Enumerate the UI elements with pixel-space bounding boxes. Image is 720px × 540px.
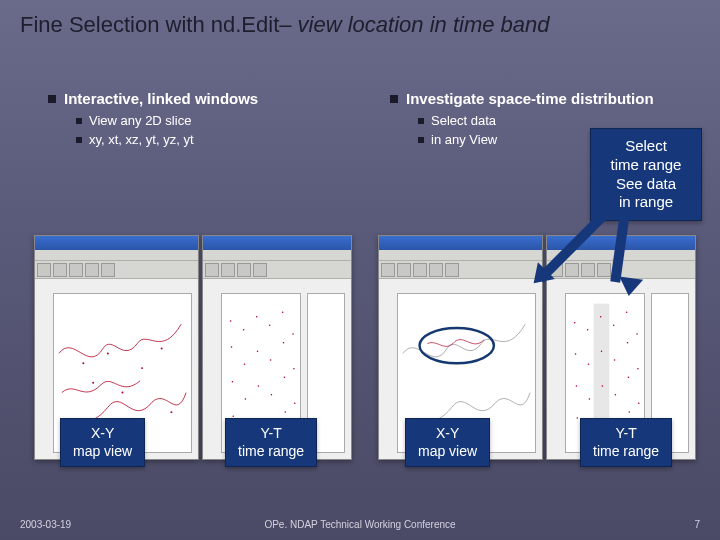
svg-point-6 xyxy=(170,411,172,413)
svg-point-16 xyxy=(258,385,260,387)
callout-xy-map-right: X-Y map view xyxy=(405,418,490,467)
window-titlebar xyxy=(35,236,198,250)
toolbar-button xyxy=(413,263,427,277)
svg-point-20 xyxy=(271,394,273,396)
callout-line: time range xyxy=(605,156,687,175)
callout-line: Select xyxy=(605,137,687,156)
svg-point-25 xyxy=(292,333,294,335)
arrow-head-icon xyxy=(617,276,643,297)
svg-point-22 xyxy=(283,342,285,344)
slide-title: Fine Selection with nd.Edit– view locati… xyxy=(20,12,550,38)
callout-line: map view xyxy=(418,443,477,461)
bullet-primary: Interactive, linked windows xyxy=(48,90,258,107)
svg-point-33 xyxy=(576,417,578,419)
svg-point-24 xyxy=(284,411,286,413)
svg-point-7 xyxy=(230,320,232,322)
bullet-icon xyxy=(418,137,424,143)
svg-point-49 xyxy=(637,368,639,370)
right-item-0: Select data xyxy=(431,113,496,128)
bullet-primary: Investigate space-time distribution xyxy=(390,90,654,107)
svg-point-3 xyxy=(122,392,124,394)
callout-line: Y-T xyxy=(593,425,659,443)
toolbar-button xyxy=(397,263,411,277)
bullet-icon xyxy=(418,118,424,124)
callout-yt-range-left: Y-T time range xyxy=(225,418,317,467)
toolbar-button xyxy=(565,263,579,277)
svg-point-27 xyxy=(294,403,296,405)
callout-xy-map-left: X-Y map view xyxy=(60,418,145,467)
footer-center: OPe. NDAP Technical Working Conference xyxy=(0,519,720,530)
svg-point-35 xyxy=(588,364,590,366)
toolbar-button xyxy=(101,263,115,277)
toolbar-button xyxy=(69,263,83,277)
left-item-0: View any 2D slice xyxy=(89,113,191,128)
svg-point-12 xyxy=(244,364,246,366)
window-menubar xyxy=(35,250,198,261)
window-toolbar xyxy=(203,261,351,279)
svg-point-36 xyxy=(589,398,591,400)
svg-point-14 xyxy=(256,316,258,318)
svg-point-19 xyxy=(270,359,272,361)
toolbar-button xyxy=(253,263,267,277)
title-suffix: view location in time band xyxy=(298,12,550,37)
left-heading: Interactive, linked windows xyxy=(64,90,258,107)
bullet-icon xyxy=(76,118,82,124)
window-toolbar xyxy=(379,261,542,279)
bullet-secondary: View any 2D slice xyxy=(76,113,258,128)
toolbar-button xyxy=(445,263,459,277)
right-item-1: in any View xyxy=(431,132,497,147)
svg-point-21 xyxy=(282,312,284,314)
svg-point-48 xyxy=(636,333,638,335)
callout-line: time range xyxy=(593,443,659,461)
svg-point-26 xyxy=(293,368,295,370)
toolbar-button xyxy=(37,263,51,277)
left-item-1: xy, xt, xz, yt, yz, yt xyxy=(89,132,194,147)
svg-point-31 xyxy=(575,353,577,355)
right-heading: Investigate space-time distribution xyxy=(406,90,654,107)
svg-point-47 xyxy=(628,411,630,413)
svg-point-15 xyxy=(257,351,259,353)
svg-point-42 xyxy=(614,359,616,361)
window-toolbar xyxy=(35,261,198,279)
svg-point-46 xyxy=(628,377,630,379)
toolbar-button xyxy=(381,263,395,277)
left-column: Interactive, linked windows View any 2D … xyxy=(48,90,258,151)
svg-point-39 xyxy=(602,385,604,387)
svg-point-10 xyxy=(232,416,234,418)
svg-point-30 xyxy=(574,322,576,324)
svg-point-44 xyxy=(626,312,628,314)
bullet-secondary: xy, xt, xz, yt, yz, yt xyxy=(76,132,258,147)
svg-point-13 xyxy=(245,398,247,400)
callout-line: in range xyxy=(605,193,687,212)
window-titlebar xyxy=(203,236,351,250)
svg-point-28 xyxy=(420,328,494,363)
toolbar-button xyxy=(581,263,595,277)
svg-point-4 xyxy=(141,367,143,369)
bullet-icon xyxy=(48,95,56,103)
callout-line: time range xyxy=(238,443,304,461)
bullet-icon xyxy=(76,137,82,143)
toolbar-button xyxy=(53,263,67,277)
toolbar-button xyxy=(429,263,443,277)
callout-line: map view xyxy=(73,443,132,461)
svg-point-23 xyxy=(284,377,286,379)
callout-line: See data xyxy=(605,175,687,194)
svg-point-18 xyxy=(269,325,271,327)
window-menubar xyxy=(379,250,542,261)
svg-point-0 xyxy=(82,362,84,364)
svg-point-45 xyxy=(627,342,629,344)
callout-line: X-Y xyxy=(73,425,132,443)
svg-point-37 xyxy=(600,316,602,318)
svg-point-5 xyxy=(161,348,163,350)
svg-point-32 xyxy=(576,385,578,387)
callout-line: X-Y xyxy=(418,425,477,443)
callout-line: Y-T xyxy=(238,425,304,443)
bullet-secondary: Select data xyxy=(418,113,654,128)
toolbar-button xyxy=(85,263,99,277)
svg-point-2 xyxy=(107,352,109,354)
window-menubar xyxy=(203,250,351,261)
window-titlebar xyxy=(379,236,542,250)
callout-select-time-range: Select time range See data in range xyxy=(590,128,702,221)
svg-point-11 xyxy=(243,329,245,331)
toolbar-button xyxy=(221,263,235,277)
